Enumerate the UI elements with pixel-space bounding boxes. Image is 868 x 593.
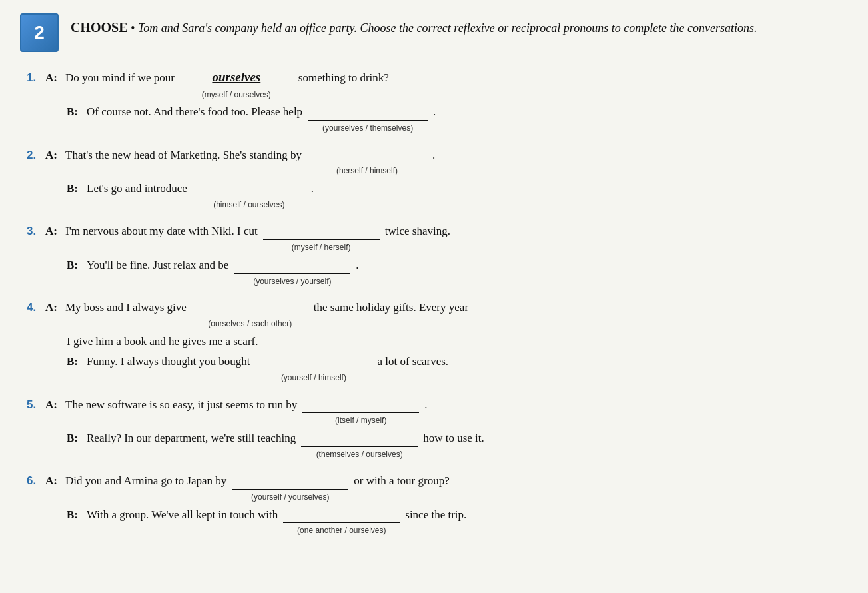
- exercise-4: 4.A:My boss and I always give (ourselves…: [27, 298, 848, 385]
- speaker-b-5: B:: [67, 428, 83, 449]
- a-text-before-3: I'm nervous about my date with Niki. I c…: [65, 221, 258, 242]
- a-blank-options-5: (itself / myself): [335, 414, 386, 428]
- instruction-text: Tom and Sara's company held an office pa…: [138, 21, 757, 35]
- header-instruction: CHOOSE • Tom and Sara's company held an …: [71, 13, 757, 37]
- exercise-6-a-line: 6.A:Did you and Armina go to Japan by (y…: [27, 471, 848, 504]
- exercise-number-6: 6.: [27, 471, 41, 492]
- a-blank-1: ourselves(myself / ourselves): [180, 69, 293, 102]
- b-blank-answer-4: [255, 354, 372, 370]
- a-text-after-6: or with a tour group?: [354, 471, 450, 492]
- speaker-b-6: B:: [67, 505, 83, 526]
- a-blank-options-3: (myself / herself): [292, 241, 351, 255]
- exercise-2-a-line: 2.A:That's the new head of Marketing. Sh…: [27, 145, 848, 179]
- exercises-container: 1.A:Do you mind if we pourourselves(myse…: [20, 68, 848, 538]
- a-text-after-3: twice shaving.: [385, 221, 450, 242]
- b-blank-options-5: (themselves / ourselves): [316, 448, 403, 462]
- b-blank-3: (yourselves / yourself): [234, 257, 350, 289]
- exercise-4-b-line: B:Funny. I always thought you bought (yo…: [27, 352, 848, 385]
- a-blank-options-6: (yourself / yourselves): [251, 490, 329, 505]
- b-text-after-4: a lot of scarves.: [377, 352, 448, 372]
- a-blank-3: (myself / herself): [263, 223, 380, 255]
- a-blank-4: (ourselves / each other): [192, 300, 308, 331]
- b-blank-1: (yourselves / themselves): [308, 104, 428, 135]
- a-text-before-1: Do you mind if we pour: [65, 68, 175, 89]
- speaker-a-2: A:: [45, 145, 61, 166]
- a-blank-options-2: (herself / himself): [336, 164, 398, 179]
- exercise-5-b-line: B:Really? In our department, we're still…: [27, 428, 848, 462]
- a-blank-answer-2: [307, 147, 427, 164]
- b-blank-answer-5: [301, 430, 418, 447]
- b-text-after-6: since the trip.: [405, 505, 466, 526]
- exercise-6: 6.A:Did you and Armina go to Japan by (y…: [27, 471, 848, 538]
- choose-label: CHOOSE: [71, 20, 128, 35]
- a-blank-answer-5: [302, 397, 419, 414]
- a-blank-answer-6: [232, 473, 348, 490]
- a-text-before-5: The new software is so easy, it just see…: [65, 395, 297, 416]
- b-blank-options-4: (yourself / himself): [281, 371, 346, 386]
- a-text-after-5: .: [424, 395, 427, 416]
- b-blank-5: (themselves / ourselves): [301, 430, 418, 462]
- b-blank-options-2: (himself / ourselves): [213, 198, 284, 213]
- exercise-number-box: 2: [20, 13, 59, 52]
- exercise-number-2: 2.: [27, 145, 41, 166]
- exercise-3: 3.A:I'm nervous about my date with Niki.…: [27, 221, 848, 289]
- a-blank-answer-1: ourselves: [180, 69, 293, 87]
- b-blank-answer-6: [283, 507, 400, 524]
- b-text-before-4: Funny. I always thought you bought: [87, 352, 250, 372]
- b-blank-answer-2: [193, 181, 306, 197]
- a-blank-options-4: (ourselves / each other): [208, 317, 292, 332]
- exercise-6-b-line: B:With a group. We've all kept in touch …: [27, 505, 848, 538]
- a-text-before-6: Did you and Armina go to Japan by: [65, 471, 226, 492]
- a-blank-5: (itself / myself): [302, 397, 419, 428]
- exercise-2-b-line: B:Let's go and introduce (himself / ours…: [27, 179, 848, 212]
- b-text-after-5: how to use it.: [423, 428, 484, 449]
- exercise-1: 1.A:Do you mind if we pourourselves(myse…: [27, 68, 848, 136]
- exercise-number-5: 5.: [27, 395, 41, 416]
- b-text-before-2: Let's go and introduce: [87, 179, 187, 199]
- speaker-b-2: B:: [67, 179, 83, 199]
- exercise-number-1: 1.: [27, 68, 41, 89]
- b-blank-4: (yourself / himself): [255, 354, 372, 385]
- b-text-before-5: Really? In our department, we're still t…: [87, 428, 296, 449]
- b-text-before-3: You'll be fine. Just relax and be: [87, 255, 228, 276]
- header: 2 CHOOSE • Tom and Sara's company held a…: [20, 13, 848, 52]
- a-text-before-4: My boss and I always give: [65, 298, 187, 318]
- b-blank-options-3: (yourselves / yourself): [253, 275, 331, 289]
- b-text-after-3: .: [356, 255, 358, 276]
- exercise-5-a-line: 5.A:The new software is so easy, it just…: [27, 395, 848, 428]
- a-continuation-4: I give him a book and he gives me a scar…: [27, 332, 848, 352]
- speaker-b-4: B:: [67, 352, 83, 372]
- b-text-before-6: With a group. We've all kept in touch wi…: [87, 505, 278, 526]
- a-text-after-1: something to drink?: [298, 68, 389, 89]
- a-blank-answer-4: [192, 300, 308, 316]
- speaker-b-1: B:: [67, 102, 83, 123]
- a-blank-2: (herself / himself): [307, 147, 427, 179]
- b-blank-6: (one another / ourselves): [283, 507, 400, 538]
- exercise-3-b-line: B:You'll be fine. Just relax and be (you…: [27, 255, 848, 289]
- b-blank-options-6: (one another / ourselves): [297, 524, 386, 538]
- speaker-a-6: A:: [45, 471, 61, 492]
- a-text-after-2: .: [432, 145, 435, 166]
- a-text-before-2: That's the new head of Marketing. She's …: [65, 145, 302, 166]
- exercise-5: 5.A:The new software is so easy, it just…: [27, 395, 848, 462]
- a-text-after-4: the same holiday gifts. Every year: [314, 298, 468, 318]
- b-blank-2: (himself / ourselves): [193, 181, 306, 212]
- exercise-1-a-line: 1.A:Do you mind if we pourourselves(myse…: [27, 68, 848, 102]
- exercise-number-4: 4.: [27, 298, 41, 318]
- a-blank-options-1: (myself / ourselves): [202, 88, 271, 103]
- exercise-2: 2.A:That's the new head of Marketing. Sh…: [27, 145, 848, 213]
- exercise-4-a-line: 4.A:My boss and I always give (ourselves…: [27, 298, 848, 331]
- exercise-1-b-line: B:Of course not. And there's food too. P…: [27, 102, 848, 135]
- b-text-before-1: Of course not. And there's food too. Ple…: [87, 102, 302, 123]
- speaker-a-3: A:: [45, 221, 61, 242]
- b-blank-options-1: (yourselves / themselves): [322, 121, 413, 136]
- exercise-number: 2: [34, 22, 45, 43]
- exercise-number-3: 3.: [27, 221, 41, 242]
- speaker-a-5: A:: [45, 395, 61, 416]
- bullet: •: [131, 21, 138, 35]
- exercise-3-a-line: 3.A:I'm nervous about my date with Niki.…: [27, 221, 848, 255]
- a-blank-6: (yourself / yourselves): [232, 473, 348, 504]
- speaker-a-4: A:: [45, 298, 61, 318]
- speaker-a-1: A:: [45, 68, 61, 89]
- b-blank-answer-3: [234, 257, 350, 274]
